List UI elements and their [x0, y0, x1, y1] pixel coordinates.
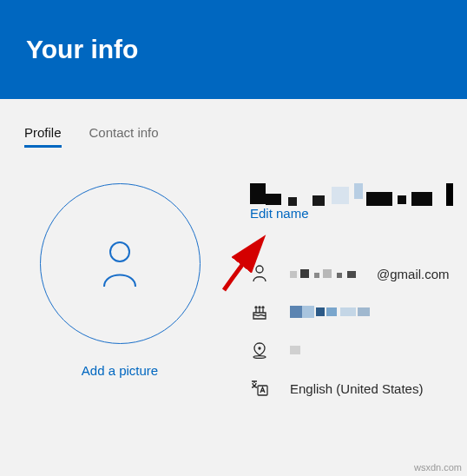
svg-rect-5: [332, 187, 349, 204]
language-icon: [250, 379, 269, 398]
language-value: English (United States): [290, 381, 423, 396]
info-rows: @gmail.com: [250, 264, 467, 398]
info-column: Edit name: [250, 183, 467, 398]
content: Add a picture Edit name: [0, 147, 467, 398]
person-icon: [250, 264, 269, 283]
svg-rect-3: [288, 197, 297, 206]
language-row: English (United States): [250, 379, 467, 398]
svg-point-20: [262, 307, 264, 308]
svg-point-19: [259, 307, 260, 308]
location-icon: [250, 340, 269, 360]
svg-rect-25: [340, 307, 356, 316]
email-value: @gmail.com: [290, 267, 450, 281]
svg-point-27: [253, 356, 266, 359]
svg-rect-6: [354, 183, 363, 199]
svg-rect-13: [300, 269, 309, 278]
svg-rect-1: [250, 183, 266, 204]
svg-rect-9: [411, 192, 432, 206]
svg-rect-2: [266, 194, 281, 205]
svg-rect-21: [290, 306, 302, 318]
svg-rect-8: [398, 195, 406, 204]
cake-icon: [250, 302, 269, 321]
birthday-row: [250, 302, 467, 321]
watermark: wsxdn.com: [414, 462, 462, 473]
svg-rect-14: [314, 273, 319, 278]
svg-rect-17: [347, 271, 356, 278]
svg-rect-16: [337, 273, 342, 278]
header: Your info: [0, 0, 467, 99]
avatar-column: Add a picture: [24, 183, 215, 398]
email-row: @gmail.com: [250, 264, 467, 283]
svg-rect-4: [312, 195, 325, 206]
page-title: Your info: [26, 35, 138, 64]
svg-rect-7: [366, 192, 392, 206]
svg-point-0: [110, 242, 129, 261]
svg-rect-23: [316, 307, 325, 316]
region-value-redacted: [290, 344, 307, 356]
svg-rect-26: [358, 307, 370, 316]
svg-point-18: [255, 307, 257, 308]
tabs: Profile Contact info: [0, 99, 467, 147]
svg-rect-10: [446, 183, 453, 206]
svg-rect-15: [323, 269, 332, 278]
tab-profile[interactable]: Profile: [24, 125, 62, 147]
avatar-placeholder[interactable]: [40, 183, 201, 344]
edit-name-link[interactable]: Edit name: [250, 206, 467, 221]
display-name-redacted: [250, 183, 467, 206]
person-icon: [99, 240, 141, 288]
svg-rect-22: [302, 306, 314, 318]
svg-rect-24: [326, 307, 337, 316]
add-picture-link[interactable]: Add a picture: [82, 363, 158, 378]
region-row: [250, 340, 467, 360]
tab-contact-info[interactable]: Contact info: [89, 125, 159, 147]
email-redacted: [290, 268, 373, 280]
svg-rect-12: [290, 271, 297, 278]
birthday-value-redacted: [290, 306, 377, 318]
email-suffix: @gmail.com: [377, 267, 450, 281]
svg-point-11: [256, 266, 263, 273]
svg-rect-29: [290, 346, 300, 354]
svg-point-28: [259, 347, 260, 349]
